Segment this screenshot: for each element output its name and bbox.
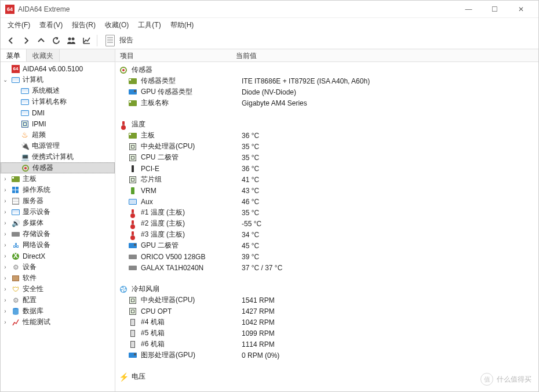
tree-toggle-icon[interactable]: › (2, 319, 9, 325)
tree-section-8[interactable]: › ⚙ 设备 (1, 262, 115, 273)
sensor-item[interactable]: VRM 43 °C (115, 185, 538, 196)
tree-section-5[interactable]: › 存储设备 (1, 228, 115, 239)
nav-tree[interactable]: 64 AIDA64 v6.00.5100 ⌄ 计算机 系统概述 计算机名称 DM… (1, 62, 115, 391)
up-button[interactable] (34, 34, 48, 48)
sensor-item[interactable]: 图形处理器(GPU) 0 RPM (0%) (115, 350, 538, 361)
tree-section-0[interactable]: › 主板 (1, 173, 115, 184)
tree-computer-child-6[interactable]: 💻 便携式计算机 (1, 151, 115, 162)
sensor-item[interactable]: #3 温度 (主板) 34 °C (115, 229, 538, 240)
tree-toggle-icon[interactable]: › (2, 275, 9, 281)
tree-toggle-icon[interactable]: › (2, 231, 9, 237)
column-property[interactable]: 项目 (115, 49, 231, 61)
tree-computer-child-1[interactable]: 计算机名称 (1, 96, 115, 107)
sensor-item[interactable]: 芯片组 41 °C (115, 174, 538, 185)
item-icon (128, 219, 137, 228)
sensor-item[interactable]: 主板 36 °C (115, 130, 538, 141)
tree-toggle-icon[interactable]: ⌄ (2, 77, 9, 83)
tree-toggle-icon[interactable]: › (2, 198, 9, 204)
tree-toggle-icon[interactable]: › (2, 286, 9, 292)
tree-item-icon: 🔌 (20, 141, 30, 151)
report-icon[interactable] (105, 35, 115, 46)
sidebar-tab-menu[interactable]: 菜单 (1, 49, 27, 61)
tree-item-label: 显示设备 (23, 207, 50, 217)
sensor-group-1[interactable]: 温度 (115, 119, 538, 130)
sensor-item[interactable]: CPU 二极管 35 °C (115, 152, 538, 163)
tree-toggle-icon[interactable]: › (2, 176, 9, 182)
tree-section-10[interactable]: › 🛡 安全性 (1, 284, 115, 295)
sensor-group-2[interactable]: 冷却风扇 (115, 284, 538, 295)
item-icon (128, 164, 137, 173)
sensor-group-0[interactable]: 传感器 (115, 64, 538, 75)
sidebar: 菜单 收藏夹 64 AIDA64 v6.00.5100 ⌄ 计算机 系统概述 计… (1, 49, 115, 391)
sensor-item[interactable]: 中央处理器(CPU) 1541 RPM (115, 295, 538, 306)
sensor-item[interactable]: 中央处理器(CPU) 35 °C (115, 141, 538, 152)
users-button[interactable] (64, 34, 78, 48)
sensor-item[interactable]: #5 机箱 1099 RPM (115, 328, 538, 339)
forward-button[interactable] (19, 34, 33, 48)
sensor-item[interactable]: GPU 二极管 45 °C (115, 240, 538, 251)
item-value: 45 °C (235, 242, 259, 250)
tree-section-11[interactable]: › ⚙ 配置 (1, 295, 115, 306)
tree-toggle-icon[interactable]: › (2, 187, 9, 193)
tree-computer-child-3[interactable]: IPMI (1, 118, 115, 129)
tree-section-12[interactable]: › 数据库 (1, 306, 115, 317)
tree-computer-child-5[interactable]: 🔌 电源管理 (1, 140, 115, 151)
sensor-item[interactable]: Aux 46 °C (115, 196, 538, 207)
menu-view[interactable]: 查看(V) (36, 19, 66, 31)
content-body[interactable]: 传感器 传感器类型 ITE IT8686E + IT8792E (ISA A40… (115, 62, 538, 391)
report-button-label[interactable]: 报告 (119, 35, 133, 45)
sensor-item[interactable]: #6 机箱 1114 RPM (115, 339, 538, 350)
tree-toggle-icon[interactable]: › (2, 242, 9, 248)
sensor-item[interactable]: #2 温度 (主板) -55 °C (115, 218, 538, 229)
tree-section-13[interactable]: › 性能测试 (1, 317, 115, 328)
menu-file[interactable]: 文件(F) (4, 19, 34, 31)
sensor-group-3[interactable]: ⚡ 电压 (115, 371, 538, 382)
sensor-item[interactable]: #4 机箱 1042 RPM (115, 317, 538, 328)
sensor-item[interactable]: GPU 传感器类型 Diode (NV-Diode) (115, 86, 538, 97)
tree-toggle-icon[interactable]: › (2, 297, 9, 303)
tree-computer-child-4[interactable]: ♨ 超频 (1, 129, 115, 140)
sensor-item[interactable]: #1 温度 (主板) 35 °C (115, 207, 538, 218)
graph-button[interactable] (79, 34, 93, 48)
sensor-item[interactable]: GALAX TA1H0240N 37 °C / 37 °C (115, 262, 538, 273)
item-label: 中央处理器(CPU) (141, 141, 235, 151)
tree-section-2[interactable]: › 服务器 (1, 195, 115, 206)
tree-computer-child-0[interactable]: 系统概述 (1, 85, 115, 96)
tree-computer-child-2[interactable]: DMI (1, 107, 115, 118)
tree-toggle-icon[interactable]: › (2, 220, 9, 226)
tree-section-7[interactable]: › X DirectX (1, 251, 115, 262)
tree-root[interactable]: 64 AIDA64 v6.00.5100 (1, 63, 115, 74)
tree-section-6[interactable]: › 🖧 网络设备 (1, 239, 115, 251)
back-button[interactable] (4, 34, 18, 48)
menu-help[interactable]: 帮助(H) (167, 19, 198, 31)
tree-toggle-icon[interactable]: › (2, 264, 9, 270)
tree-toggle-icon[interactable]: › (2, 209, 9, 215)
sensor-item[interactable]: ORICO V500 128GB 39 °C (115, 251, 538, 262)
tree-item-label: 性能测试 (23, 317, 50, 327)
sensor-item[interactable]: PCI-E 36 °C (115, 163, 538, 174)
item-icon (128, 230, 137, 239)
menu-favorites[interactable]: 收藏(O) (101, 19, 132, 31)
refresh-button[interactable] (49, 34, 63, 48)
sidebar-tab-favorites[interactable]: 收藏夹 (27, 49, 60, 61)
item-label: 图形处理器(GPU) (141, 350, 235, 360)
tree-section-9[interactable]: › 软件 (1, 273, 115, 284)
tree-computer[interactable]: ⌄ 计算机 (1, 74, 115, 85)
menu-tools[interactable]: 工具(T) (134, 19, 164, 31)
close-button[interactable]: ✕ (508, 1, 534, 17)
tree-toggle-icon[interactable]: › (2, 253, 9, 259)
tree-section-4[interactable]: › 🔊 多媒体 (1, 217, 115, 228)
minimize-button[interactable]: — (456, 1, 482, 17)
tree-computer-child-7[interactable]: 传感器 (1, 162, 115, 173)
sensor-item[interactable]: 传感器类型 ITE IT8686E + IT8792E (ISA A40h, A… (115, 75, 538, 86)
column-value[interactable]: 当前值 (231, 49, 261, 61)
sensor-item[interactable]: 主板名称 Gigabyte AM4 Series (115, 97, 538, 108)
menu-report[interactable]: 报告(R) (68, 19, 99, 31)
tree-toggle-icon[interactable]: › (2, 308, 9, 314)
item-value: 35 °C (235, 209, 259, 217)
tree-section-3[interactable]: › 显示设备 (1, 206, 115, 217)
tree-section-1[interactable]: › 操作系统 (1, 184, 115, 195)
item-value: 39 °C (235, 253, 259, 261)
maximize-button[interactable]: ☐ (482, 1, 508, 17)
sensor-item[interactable]: CPU OPT 1427 RPM (115, 306, 538, 317)
